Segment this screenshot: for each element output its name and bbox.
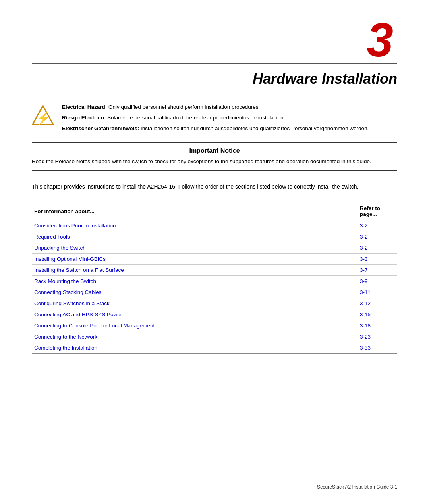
table-row-topic[interactable]: Connecting to the Network <box>32 331 358 342</box>
table-row-page[interactable]: 3-2 <box>358 231 397 242</box>
table-row-topic[interactable]: Unpacking the Switch <box>32 242 358 254</box>
hazard-warning-elektrischer: Elektrischer Gefahrenhinweis: Installati… <box>62 125 397 133</box>
table-row-page[interactable]: 3-12 <box>358 298 397 309</box>
important-notice-box: Important Notice Read the Release Notes … <box>32 142 397 171</box>
table-row-page[interactable]: 3-2 <box>358 220 397 231</box>
page: 3 Hardware Installation ⚡ Electrical Haz… <box>0 0 429 504</box>
table-row: Configuring Switches in a Stack3-12 <box>32 298 397 309</box>
chapter-number: 3 <box>32 16 397 63</box>
table-row-topic[interactable]: Considerations Prior to Installation <box>32 220 358 231</box>
table-header-row: For information about... Refer to page..… <box>32 202 397 220</box>
hazard-box: ⚡ Electrical Hazard: Only qualified pers… <box>32 103 397 133</box>
table-header-col2: Refer to page... <box>358 202 397 220</box>
table-row-topic[interactable]: Completing the Installation <box>32 342 358 354</box>
table-row-topic[interactable]: Installing the Switch on a Flat Surface <box>32 265 358 276</box>
hazard-text-container: Electrical Hazard: Only qualified person… <box>62 103 397 133</box>
table-row-page[interactable]: 3-2 <box>358 242 397 254</box>
table-row-page[interactable]: 3-3 <box>358 254 397 265</box>
table-row-topic[interactable]: Connecting to Console Port for Local Man… <box>32 320 358 331</box>
table-row-page[interactable]: 3-33 <box>358 342 397 354</box>
chapter-divider <box>32 63 397 64</box>
table-row: Connecting Stacking Cables3-11 <box>32 287 397 298</box>
table-row-topic[interactable]: Installing Optional Mini-GBICs <box>32 254 358 265</box>
table-row-topic[interactable]: Rack Mounting the Switch <box>32 276 358 287</box>
table-row-page[interactable]: 3-9 <box>358 276 397 287</box>
hazard-warning-riesgo: Riesgo Electrico: Solamente personal cal… <box>62 114 397 122</box>
table-row-topic[interactable]: Configuring Switches in a Stack <box>32 298 358 309</box>
table-row-topic[interactable]: Required Tools <box>32 231 358 242</box>
table-row: Required Tools3-2 <box>32 231 397 242</box>
table-row-topic[interactable]: Connecting AC and RPS-SYS Power <box>32 309 358 320</box>
table-row-page[interactable]: 3-11 <box>358 287 397 298</box>
table-row: Installing the Switch on a Flat Surface3… <box>32 265 397 276</box>
important-notice-text: Read the Release Notes shipped with the … <box>32 158 397 165</box>
chapter-intro: This chapter provides instructions to in… <box>32 182 397 191</box>
table-row-topic[interactable]: Connecting Stacking Cables <box>32 287 358 298</box>
table-row: Connecting to Console Port for Local Man… <box>32 320 397 331</box>
toc-table: For information about... Refer to page..… <box>32 202 397 354</box>
hazard-warning-electrical: Electrical Hazard: Only qualified person… <box>62 103 397 112</box>
table-row: Completing the Installation3-33 <box>32 342 397 354</box>
page-footer: SecureStack A2 Installation Guide 3-1 <box>317 484 397 490</box>
table-row: Unpacking the Switch3-2 <box>32 242 397 254</box>
table-row-page[interactable]: 3-18 <box>358 320 397 331</box>
table-header-col1: For information about... <box>32 202 358 220</box>
table-row: Connecting AC and RPS-SYS Power3-15 <box>32 309 397 320</box>
table-row-page[interactable]: 3-23 <box>358 331 397 342</box>
table-row: Connecting to the Network3-23 <box>32 331 397 342</box>
table-row: Rack Mounting the Switch3-9 <box>32 276 397 287</box>
svg-text:⚡: ⚡ <box>36 112 50 125</box>
table-row-page[interactable]: 3-7 <box>358 265 397 276</box>
electrical-hazard-icon: ⚡ <box>32 104 54 126</box>
table-row: Installing Optional Mini-GBICs3-3 <box>32 254 397 265</box>
chapter-title: Hardware Installation <box>32 71 397 87</box>
table-row: Considerations Prior to Installation3-2 <box>32 220 397 231</box>
table-row-page[interactable]: 3-15 <box>358 309 397 320</box>
important-notice-title: Important Notice <box>32 147 397 154</box>
